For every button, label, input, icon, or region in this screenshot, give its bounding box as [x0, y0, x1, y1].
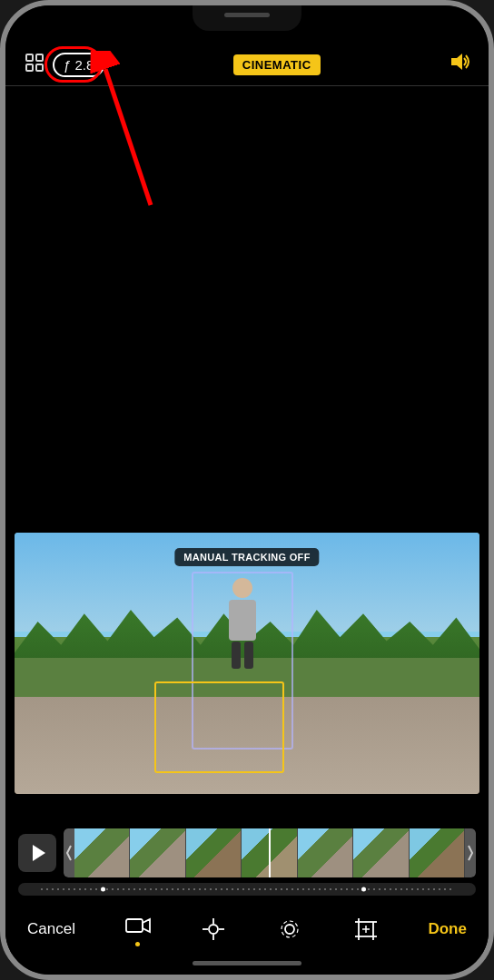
filmstrip[interactable]: [64, 828, 476, 877]
bottom-toolbar: Cancel: [5, 901, 489, 954]
svg-point-14: [285, 925, 294, 934]
top-bar: ƒ 2.8 CINEMATIC: [5, 42, 489, 85]
svg-rect-1: [36, 54, 43, 61]
cancel-button[interactable]: Cancel: [27, 920, 75, 938]
dog-bounding-box: [154, 681, 284, 773]
focus-icon: [276, 916, 303, 943]
film-frame: [130, 828, 185, 877]
scrubber-start-dot: [101, 887, 105, 892]
person-leg-left: [232, 642, 241, 669]
svg-point-9: [209, 925, 218, 934]
phone-frame: ƒ 2.8 CINEMATIC: [0, 0, 494, 980]
film-frame: [298, 828, 353, 877]
aperture-value: ƒ 2.8: [64, 57, 94, 73]
adjustments-icon: [200, 916, 227, 943]
svg-marker-8: [143, 919, 150, 932]
svg-rect-2: [26, 64, 33, 71]
film-frame: [353, 828, 409, 877]
phone-speaker: [224, 13, 270, 17]
play-button[interactable]: [18, 834, 56, 872]
adjustments-button[interactable]: [200, 916, 227, 943]
video-container[interactable]: MANUAL TRACKING OFF: [5, 533, 489, 794]
phone-notch: [193, 5, 301, 31]
person-head: [232, 578, 252, 598]
top-bar-left: ƒ 2.8: [24, 52, 104, 78]
person-legs: [232, 642, 253, 669]
video-scene: MANUAL TRACKING OFF: [15, 533, 479, 794]
svg-rect-3: [36, 64, 43, 71]
svg-marker-4: [451, 54, 462, 70]
below-video-space: [5, 794, 489, 821]
timeline-section: [5, 821, 489, 901]
film-frame: [186, 828, 242, 877]
crop-button[interactable]: [352, 916, 380, 943]
film-frame: [410, 828, 465, 877]
filmstrip-bracket-right: [465, 828, 476, 877]
cinematic-badge: CINEMATIC: [233, 54, 321, 75]
film-frame: [74, 828, 130, 877]
active-indicator-dot: [135, 942, 140, 946]
crop-icon: [352, 916, 380, 943]
above-video-space: [5, 86, 489, 533]
tracking-tooltip: MANUAL TRACKING OFF: [174, 548, 319, 566]
aperture-badge[interactable]: ƒ 2.8: [53, 53, 104, 77]
play-icon: [33, 845, 45, 861]
done-button[interactable]: Done: [428, 920, 467, 938]
expand-icon[interactable]: [24, 52, 45, 78]
video-frame: MANUAL TRACKING OFF: [15, 533, 479, 794]
scrubber-end-dot: [361, 887, 366, 892]
focus-button[interactable]: [276, 916, 303, 943]
person-body: [229, 600, 256, 641]
screen: ƒ 2.8 CINEMATIC: [5, 5, 489, 975]
sound-icon[interactable]: [449, 51, 470, 78]
timeline-row: [18, 828, 476, 877]
svg-rect-0: [26, 54, 33, 61]
cinematic-camera-icon: [124, 912, 152, 939]
svg-rect-7: [126, 919, 143, 932]
playhead: [269, 828, 271, 877]
filmstrip-bracket-left: [64, 828, 74, 877]
cinematic-camera-button[interactable]: [124, 912, 152, 946]
person-leg-right: [244, 642, 253, 669]
svg-point-15: [282, 921, 298, 937]
scrubber-bar[interactable]: [18, 883, 476, 896]
home-indicator: [193, 961, 301, 965]
